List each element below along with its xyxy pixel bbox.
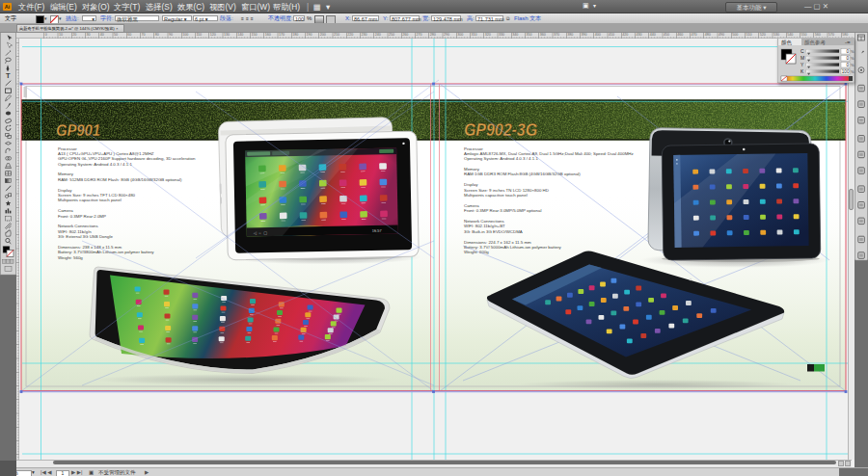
svg-text:230: 230: [361, 33, 366, 37]
svg-text:530: 530: [773, 33, 779, 37]
svg-text:360: 360: [540, 33, 546, 37]
svg-text:GP901: GP901: [56, 122, 100, 139]
svg-text:Network Connections: Network Connections: [58, 224, 99, 228]
svg-text:Weight: 600g: Weight: 600g: [464, 250, 489, 254]
svg-text:RAM: 512MB DDR3 ROM Flash: 8G: RAM: 512MB DDR3 ROM Flash: 8GB (4GB/16GB…: [58, 177, 182, 182]
svg-text:T: T: [6, 71, 11, 80]
svg-text:510: 510: [746, 33, 752, 37]
svg-text:460: 460: [677, 33, 683, 37]
svg-text:0: 0: [847, 63, 850, 67]
svg-text:50: 50: [114, 33, 118, 37]
svg-text:Front: 0.3MP Rear:3.0MP/5.0MP: Front: 0.3MP Rear:3.0MP/5.0MP optional: [464, 208, 541, 213]
svg-text:310: 310: [471, 33, 476, 37]
svg-text:560: 560: [815, 33, 821, 37]
svg-text:40: 40: [100, 33, 104, 37]
svg-text:Memory: Memory: [464, 167, 480, 172]
svg-text:580: 580: [842, 33, 848, 37]
svg-text:A13 ( CPU+GPU+VPU+APU ) Cortex: A13 ( CPU+GPU+VPU+APU ) Cortex A8@1.2MHZ: [58, 151, 154, 156]
svg-text:%: %: [851, 69, 854, 74]
svg-text:Display: Display: [464, 182, 478, 187]
svg-text:440: 440: [650, 33, 656, 37]
svg-text:320: 320: [485, 33, 491, 37]
svg-text:520: 520: [760, 33, 766, 37]
svg-text:250: 250: [389, 33, 394, 37]
svg-text:150: 150: [251, 33, 257, 37]
svg-text:Weight: 560g: Weight: 560g: [58, 255, 83, 260]
svg-text:410: 410: [609, 33, 614, 37]
svg-text:Amlogic AML8726-MX, Dual Corte: Amlogic AML8726-MX, Dual Cortex-A9, Dual…: [464, 151, 634, 156]
svg-text:Dimensions: 238 x 148 x 11.5: Dimensions: 238 x 148 x 11.5 mm: [58, 245, 122, 250]
svg-text:3G: External 3G USB Dongle: 3G: External 3G USB Dongle: [58, 234, 113, 239]
svg-text:%: %: [851, 49, 854, 54]
svg-text:220: 220: [347, 33, 353, 37]
svg-text:390: 390: [582, 33, 587, 37]
svg-text:Screen Size: 9 inches TFT LCD: Screen Size: 9 inches TFT LCD 800×480: [58, 193, 136, 198]
svg-text:C: C: [800, 48, 804, 54]
svg-text:140: 140: [237, 33, 243, 37]
svg-text:290: 290: [444, 33, 449, 37]
svg-text:%: %: [851, 63, 854, 67]
svg-text:Operating System: Andriod 4.0.: Operating System: Andriod 4.0.3 / 4.1.1: [464, 156, 538, 161]
svg-text:200: 200: [320, 33, 326, 37]
svg-text:170: 170: [279, 33, 285, 37]
svg-text:颜色: 颜色: [781, 40, 793, 45]
svg-text:550: 550: [801, 33, 807, 37]
svg-text:Camera: Camera: [464, 203, 479, 208]
svg-text:-=: -=: [845, 40, 851, 45]
svg-text:Battery: 3.7V/ 5000mAh Lithium: Battery: 3.7V/ 5000mAh Lithium-ion polym…: [464, 245, 562, 250]
svg-text:20: 20: [72, 33, 76, 37]
svg-text:%: %: [851, 56, 854, 61]
svg-text:WIFI: 802.11b/g/n+BT: WIFI: 802.11b/g/n+BT: [464, 224, 505, 228]
svg-text:Multipoints capacitive touch p: Multipoints capacitive touch panel: [464, 193, 528, 198]
svg-text:370: 370: [554, 33, 559, 37]
svg-text:Camera: Camera: [58, 208, 73, 213]
svg-text:280: 280: [430, 33, 436, 37]
svg-text:颜色参考: 颜色参考: [804, 40, 827, 46]
svg-text:540: 540: [787, 33, 793, 37]
svg-text:Network Connections: Network Connections: [464, 219, 505, 224]
svg-text:470: 470: [692, 33, 697, 37]
svg-text:240: 240: [375, 33, 381, 37]
svg-text:Processor: Processor: [58, 146, 77, 151]
svg-text:100: 100: [842, 69, 850, 74]
svg-text:Memory: Memory: [58, 172, 74, 176]
svg-text:490: 490: [719, 33, 724, 37]
svg-text:210: 210: [334, 33, 339, 37]
svg-text:420: 420: [622, 33, 628, 37]
svg-text:16:57: 16:57: [372, 228, 383, 233]
svg-text:160: 160: [265, 33, 271, 37]
svg-text:Display: Display: [58, 188, 72, 193]
svg-text:110: 110: [196, 33, 202, 37]
svg-text:90: 90: [169, 33, 173, 37]
svg-text:Screen Size: 9 inches TN LCD: Screen Size: 9 inches TN LCD 1280×800 HD: [464, 188, 549, 193]
svg-text:190: 190: [306, 33, 312, 37]
svg-text:100: 100: [182, 33, 188, 37]
svg-text:350: 350: [527, 33, 532, 37]
svg-text:10: 10: [59, 33, 63, 37]
svg-text:0: 0: [847, 56, 850, 61]
svg-text:0: 0: [45, 33, 47, 37]
svg-text:GP902-3G: GP902-3G: [464, 119, 537, 140]
svg-text:3G: Built-in 3G EVDO/WCDMA: 3G: Built-in 3G EVDO/WCDMA: [464, 229, 523, 234]
svg-text:380: 380: [567, 33, 573, 37]
svg-text:400: 400: [595, 33, 601, 37]
svg-text:450: 450: [664, 33, 669, 37]
svg-text:260: 260: [402, 33, 408, 37]
svg-text:60: 60: [127, 33, 131, 37]
svg-text:180: 180: [292, 33, 298, 37]
svg-text:120: 120: [210, 33, 216, 37]
svg-text:Operating System: Andriod 4.0.: Operating System: Andriod 4.0.3 / 4.1.1: [58, 162, 132, 167]
svg-text:WIFI: 802.11b/g/n: WIFI: 802.11b/g/n: [58, 229, 92, 234]
svg-text:30: 30: [87, 33, 91, 37]
svg-text:80: 80: [155, 33, 159, 37]
svg-text:480: 480: [705, 33, 711, 37]
svg-text:Dimensions: 224.7 x 162 x 11.: Dimensions: 224.7 x 162 x 11.5 mm: [464, 240, 531, 245]
svg-text:570: 570: [828, 33, 834, 37]
svg-text:RAM:1GB DDR3 ROM Flash:8GB (4: RAM:1GB DDR3 ROM Flash:8GB (4GB/16GB/32G…: [464, 172, 581, 176]
svg-text:500: 500: [732, 33, 738, 37]
svg-text:430: 430: [637, 33, 642, 37]
svg-text:Processor: Processor: [464, 146, 483, 151]
svg-text:300: 300: [457, 33, 463, 37]
svg-text:0: 0: [847, 49, 850, 54]
svg-text:70: 70: [141, 33, 145, 37]
